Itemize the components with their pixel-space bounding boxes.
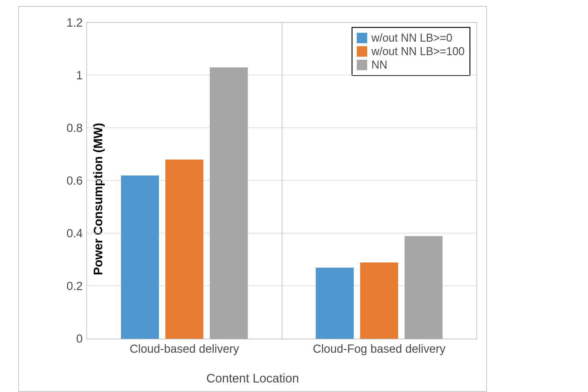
category-label: Cloud-Fog based delivery	[282, 339, 477, 356]
bar	[210, 67, 247, 339]
y-tick-label: 0.6	[66, 174, 87, 187]
y-tick-label: 1	[76, 69, 87, 82]
legend-label: w/out NN LB>=100	[371, 45, 465, 58]
y-tick-label: 0.8	[66, 122, 87, 135]
chart-container: Power Consumption (MW) w/out NN LB>=0w/o…	[18, 6, 487, 392]
legend-swatch	[357, 60, 367, 70]
y-tick-label: 0	[76, 332, 87, 345]
legend-label: NN	[371, 58, 387, 71]
legend-swatch	[357, 33, 367, 43]
x-axis-label: Content Location	[19, 371, 486, 385]
legend-label: w/out NN LB>=0	[371, 32, 452, 44]
plot-area: w/out NN LB>=0w/out NN LB>=100NN 00.20.4…	[86, 22, 477, 339]
legend-swatch	[357, 46, 367, 57]
legend: w/out NN LB>=0w/out NN LB>=100NN	[352, 27, 470, 76]
legend-item: w/out NN LB>=0	[357, 32, 465, 44]
y-tick-label: 1.2	[66, 16, 87, 29]
bar	[316, 268, 353, 339]
y-tick-label: 0.2	[66, 280, 87, 293]
legend-item: NN	[357, 58, 465, 71]
legend-item: w/out NN LB>=100	[357, 45, 465, 58]
category-label: Cloud-based delivery	[87, 339, 282, 356]
y-tick-label: 0.4	[66, 227, 87, 240]
bar	[165, 160, 203, 339]
bar	[121, 175, 159, 339]
bar	[360, 262, 398, 339]
category-divider	[282, 23, 282, 339]
bar	[405, 236, 442, 339]
